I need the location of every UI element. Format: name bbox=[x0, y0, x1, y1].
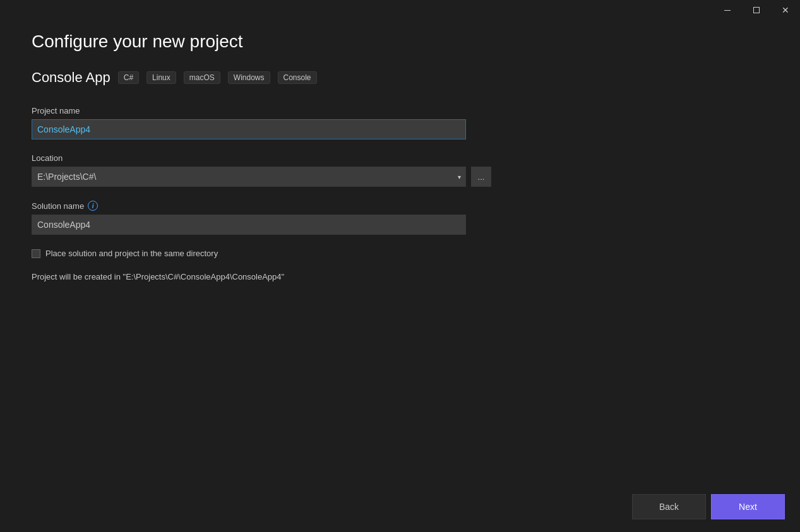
project-type-name: Console App bbox=[32, 69, 110, 86]
tag-macos: macOS bbox=[184, 71, 220, 84]
project-name-input[interactable] bbox=[32, 119, 466, 139]
bottom-bar: Back Next bbox=[0, 482, 800, 532]
tag-linux: Linux bbox=[146, 71, 176, 84]
same-directory-row: Place solution and project in the same d… bbox=[32, 249, 768, 258]
same-directory-label: Place solution and project in the same d… bbox=[45, 249, 218, 258]
minimize-icon bbox=[724, 10, 731, 11]
location-section: Location E:\Projects\C#\ ▾ ... bbox=[32, 153, 768, 187]
location-row: E:\Projects\C#\ ▾ ... bbox=[32, 167, 768, 187]
tag-windows: Windows bbox=[228, 71, 270, 84]
solution-name-info-icon: i bbox=[88, 201, 98, 211]
project-name-label: Project name bbox=[32, 106, 768, 115]
next-button[interactable]: Next bbox=[711, 494, 785, 519]
tag-csharp: C# bbox=[118, 71, 139, 84]
back-button[interactable]: Back bbox=[632, 494, 706, 519]
page-title: Configure your new project bbox=[32, 32, 768, 52]
title-bar: ✕ bbox=[713, 0, 800, 20]
location-label: Location bbox=[32, 153, 768, 163]
maximize-button[interactable] bbox=[742, 0, 771, 20]
location-select-wrapper: E:\Projects\C#\ ▾ bbox=[32, 167, 466, 187]
project-name-section: Project name bbox=[32, 106, 768, 139]
close-button[interactable]: ✕ bbox=[771, 0, 800, 20]
solution-name-input[interactable] bbox=[32, 215, 466, 235]
solution-name-label: Solution name i bbox=[32, 201, 768, 211]
location-select[interactable]: E:\Projects\C#\ bbox=[32, 167, 466, 187]
project-path-info: Project will be created in "E:\Projects\… bbox=[32, 272, 768, 281]
minimize-button[interactable] bbox=[713, 0, 742, 20]
browse-button[interactable]: ... bbox=[471, 167, 491, 187]
same-directory-checkbox[interactable] bbox=[32, 249, 40, 258]
main-content: Configure your new project Console App C… bbox=[0, 0, 800, 307]
tag-console: Console bbox=[278, 71, 317, 84]
close-icon: ✕ bbox=[782, 5, 789, 15]
project-type-row: Console App C# Linux macOS Windows Conso… bbox=[32, 69, 768, 86]
solution-name-section: Solution name i bbox=[32, 201, 768, 235]
maximize-icon bbox=[753, 7, 760, 13]
